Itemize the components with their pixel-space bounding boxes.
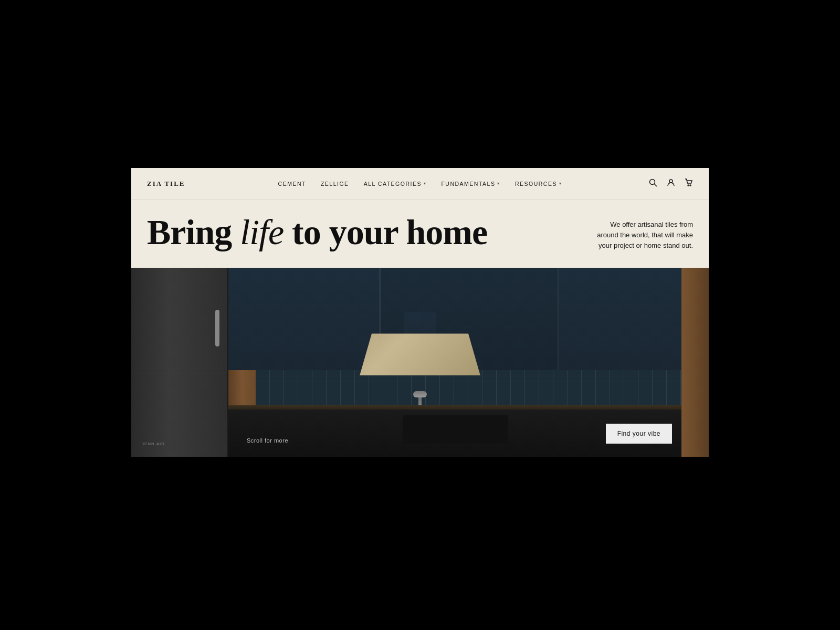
svg-point-0 bbox=[650, 180, 655, 185]
hero-image: JENN AIR bbox=[131, 268, 709, 457]
hood-body bbox=[360, 333, 480, 375]
range-hood bbox=[360, 312, 480, 375]
cart-icon[interactable] bbox=[685, 178, 693, 188]
nav-zellige[interactable]: ZELLIGE bbox=[321, 181, 349, 187]
nav-all-categories[interactable]: ALL CATEGORIES ▾ bbox=[364, 181, 427, 187]
hero-title: Bring life to your home bbox=[147, 214, 487, 250]
nav-cement[interactable]: CEMENT bbox=[278, 181, 306, 187]
svg-line-1 bbox=[655, 184, 657, 187]
nav-fundamentals[interactable]: FUNDAMENTALS ▾ bbox=[441, 181, 500, 187]
nav-icons bbox=[649, 178, 693, 188]
navbar: ZIA TILE CEMENT ZELLIGE ALL CATEGORIES ▾… bbox=[131, 168, 709, 200]
fridge-handle bbox=[215, 310, 219, 346]
nav-resources[interactable]: RESOURCES ▾ bbox=[515, 181, 562, 187]
svg-point-2 bbox=[669, 180, 673, 183]
hero-header: Bring life to your home We offer artisan… bbox=[131, 200, 709, 268]
site-logo[interactable]: ZIA TILE bbox=[147, 180, 185, 188]
hero-description: We offer artisanal tiles from around the… bbox=[588, 214, 693, 251]
chevron-down-icon: ▾ bbox=[559, 181, 562, 186]
account-icon[interactable] bbox=[667, 178, 675, 188]
tile-backsplash bbox=[256, 370, 681, 410]
search-icon[interactable] bbox=[649, 178, 657, 188]
fridge-brand: JENN AIR bbox=[142, 442, 165, 446]
cabinet-left bbox=[228, 268, 380, 370]
stove-top bbox=[403, 415, 508, 444]
wood-panel-right bbox=[681, 268, 709, 457]
faucet-head bbox=[413, 391, 427, 397]
scroll-label: Scroll for more bbox=[247, 437, 288, 444]
find-vibe-button[interactable]: Find your vibe bbox=[606, 424, 672, 444]
fridge-divider bbox=[131, 373, 227, 373]
nav-links: CEMENT ZELLIGE ALL CATEGORIES ▾ FUNDAMEN… bbox=[278, 181, 562, 187]
svg-point-4 bbox=[690, 185, 691, 186]
kitchen-scene: JENN AIR bbox=[131, 268, 709, 457]
chevron-down-icon: ▾ bbox=[424, 181, 427, 186]
refrigerator: JENN AIR bbox=[131, 268, 228, 457]
chevron-down-icon: ▾ bbox=[497, 181, 500, 186]
browser-window: ZIA TILE CEMENT ZELLIGE ALL CATEGORIES ▾… bbox=[131, 168, 709, 462]
svg-point-3 bbox=[688, 185, 689, 186]
